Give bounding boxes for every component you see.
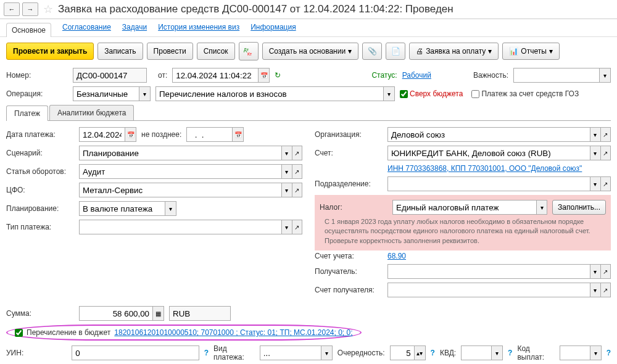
dropdown-button[interactable]: ▾	[590, 146, 600, 160]
tab-main[interactable]: Основное	[6, 23, 51, 37]
write-button[interactable]: Записать	[97, 43, 143, 60]
help-icon[interactable]: ?	[204, 349, 209, 357]
dropdown-button[interactable]: ▾	[165, 201, 176, 216]
back-button[interactable]: ←	[4, 2, 20, 16]
tax-field[interactable]	[392, 200, 537, 215]
dropdown-button[interactable]: ▾	[321, 345, 333, 360]
open-button[interactable]: ↗	[292, 164, 302, 179]
dt-kt-button[interactable]: ДтКт	[239, 42, 259, 60]
calendar-button[interactable]: 📅	[233, 127, 244, 142]
turnover-label: Статья оборотов:	[6, 167, 74, 176]
recipient-field[interactable]	[387, 264, 590, 279]
spinner-button[interactable]: ▴▾	[415, 345, 426, 360]
dropdown-button[interactable]: ▾	[590, 345, 602, 360]
dropdown-button[interactable]: ▾	[282, 220, 292, 234]
forward-button[interactable]: →	[22, 2, 38, 16]
printer-icon: 🖨	[416, 47, 423, 56]
number-field[interactable]	[73, 68, 147, 83]
org-field[interactable]	[387, 127, 590, 142]
dept-field[interactable]	[387, 176, 590, 191]
paykind-field[interactable]	[260, 345, 321, 360]
help-icon[interactable]: ?	[607, 349, 611, 357]
favorite-star-icon[interactable]: ☆	[43, 2, 53, 16]
date-field[interactable]	[172, 68, 259, 83]
help-icon[interactable]: ?	[508, 349, 512, 357]
operation-detail-field[interactable]	[155, 86, 384, 101]
open-button[interactable]: ↗	[601, 264, 611, 279]
create-based-button[interactable]: Создать на основании ▾	[262, 43, 359, 60]
inn-link[interactable]: ИНН 7703363868, КПП 770301001, ООО "Дело…	[387, 164, 582, 173]
open-button[interactable]: ↗	[601, 176, 611, 191]
goz-payment-checkbox[interactable]	[471, 90, 479, 98]
refresh-icon[interactable]: ↻	[275, 71, 281, 80]
fill-button[interactable]: Заполнить...	[552, 200, 606, 215]
kvd-field[interactable]	[461, 345, 492, 360]
rec-acc-field[interactable]	[387, 283, 590, 297]
calendar-icon: 📅	[260, 72, 268, 79]
budget-details-link[interactable]: 18201061201010000510; 70701000 ; Статус:…	[114, 328, 352, 337]
dropdown-button[interactable]: ▾	[139, 86, 151, 101]
payment-request-button[interactable]: 🖨 Заявка на оплату ▾	[409, 43, 499, 60]
uin-field[interactable]	[72, 345, 199, 360]
help-icon[interactable]: ?	[431, 349, 435, 357]
dropdown-button[interactable]: ▾	[384, 86, 395, 101]
to-budget-checkbox[interactable]	[15, 329, 23, 337]
paycode-field[interactable]	[560, 345, 590, 360]
sum-label: Сумма:	[6, 309, 74, 318]
operation-label: Операция:	[6, 89, 68, 98]
order-field[interactable]	[390, 345, 415, 360]
open-button[interactable]: ↗	[292, 183, 302, 197]
dropdown-button[interactable]: ▾	[590, 283, 600, 297]
dropdown-button[interactable]: ▾	[282, 183, 292, 197]
cfo-field[interactable]	[79, 183, 282, 197]
tax-help-text: С 1 января 2023 года уплату любых налого…	[320, 217, 606, 246]
operation-type-field[interactable]	[73, 86, 139, 101]
tab-tasks[interactable]: Задачи	[122, 23, 147, 33]
number-label: Номер:	[6, 71, 68, 80]
importance-field[interactable]	[513, 68, 600, 83]
open-button[interactable]: ↗	[601, 146, 611, 160]
list-button[interactable]: Список	[197, 43, 235, 60]
dropdown-button[interactable]: ▾	[590, 264, 600, 279]
open-button[interactable]: ↗	[601, 127, 611, 142]
planning-field[interactable]	[79, 201, 165, 216]
kvd-label: КВД:	[440, 349, 456, 357]
tab-visa-history[interactable]: История изменения виз	[158, 23, 239, 33]
tab-approval[interactable]: Согласование	[62, 23, 111, 33]
dropdown-button[interactable]: ▾	[590, 176, 600, 191]
dropdown-button[interactable]: ▾	[282, 164, 292, 179]
status-link[interactable]: Рабочий	[402, 71, 431, 80]
over-budget-checkbox[interactable]	[400, 90, 408, 98]
tab-info[interactable]: Информация	[251, 23, 296, 33]
post-and-close-button[interactable]: Провести и закрыть	[6, 43, 94, 60]
scenario-field[interactable]	[79, 146, 282, 160]
document-button[interactable]: 📄	[386, 43, 405, 60]
post-button[interactable]: Провести	[147, 43, 193, 60]
dropdown-button[interactable]: ▾	[282, 146, 292, 160]
paytype-field[interactable]	[79, 220, 282, 234]
dropdown-button[interactable]: ▾	[537, 200, 547, 215]
calendar-button[interactable]: 📅	[125, 127, 136, 142]
tax-label: Налог:	[320, 203, 387, 212]
nolater-field[interactable]	[186, 127, 233, 142]
open-button[interactable]: ↗	[292, 146, 302, 160]
org-label: Организация:	[315, 130, 383, 139]
turnover-field[interactable]	[79, 164, 282, 179]
calc-button[interactable]: ▦	[153, 306, 164, 321]
sum-field[interactable]	[79, 306, 153, 321]
paydate-field[interactable]	[79, 127, 125, 142]
subtab-budget-analytics[interactable]: Аналитики бюджета	[49, 105, 134, 120]
dropdown-button[interactable]: ▾	[590, 127, 600, 142]
attach-button[interactable]: 📎	[362, 43, 382, 60]
open-button[interactable]: ↗	[601, 283, 611, 297]
calendar-button[interactable]: 📅	[259, 68, 270, 83]
dropdown-button[interactable]: ▾	[600, 68, 611, 83]
chevron-down-icon: ▾	[488, 47, 492, 56]
chevron-down-icon: ▾	[348, 47, 352, 56]
account-field[interactable]	[387, 146, 590, 160]
open-button[interactable]: ↗	[292, 220, 302, 234]
acc-account-link[interactable]: 68.90	[387, 252, 406, 260]
reports-button[interactable]: 📊 Отчеты ▾	[502, 43, 559, 60]
subtab-payment[interactable]: Платеж	[6, 105, 48, 121]
dropdown-button[interactable]: ▾	[492, 345, 503, 360]
